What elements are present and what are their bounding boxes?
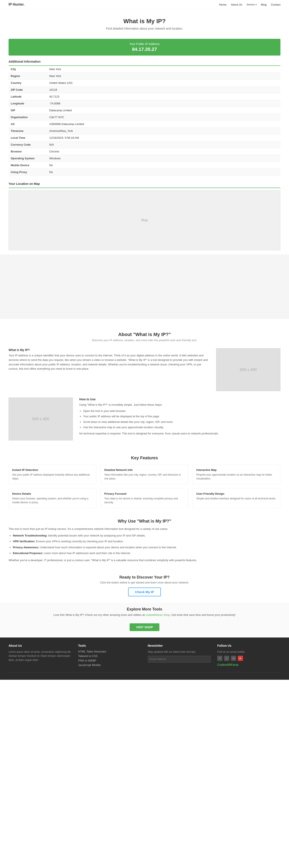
list-item: Privacy Awareness: Understand how much i…: [13, 545, 281, 550]
about-subtitle: Discover your IP address, location, and …: [8, 339, 281, 342]
feature-card: Instant IP DetectionGet your public IP a…: [8, 465, 96, 484]
row-value: 12/18/2024, 5:56:16 AM: [47, 134, 281, 141]
row-value: United States (US): [47, 80, 281, 86]
why-use-bullets: Network Troubleshooting: Identify potent…: [8, 533, 281, 556]
twitter-icon[interactable]: t: [224, 656, 229, 661]
additional-info-section: Additional Information CityNew YorkRegio…: [8, 58, 281, 176]
footer-follow-heading: Follow Us: [217, 644, 281, 647]
row-label: Browser: [8, 148, 47, 155]
image-size-label-1: 600 x 400: [240, 368, 257, 372]
about-title: About "What is My IP?": [8, 332, 281, 337]
row-label: AS: [8, 121, 47, 128]
nav-about[interactable]: About Us: [231, 3, 242, 6]
footer-bottom: [8, 672, 281, 676]
cta-title: Ready to Discover Your IP?: [8, 575, 281, 580]
list-item[interactable]: HTML Table Generator: [78, 650, 141, 653]
explore-section: Explore More Tools Love this What is My …: [0, 603, 289, 638]
cta-subtitle: Click the button below to get started an…: [8, 581, 281, 584]
nav-home[interactable]: Home: [219, 3, 227, 6]
footer-tools-heading: Tools: [78, 644, 141, 647]
table-row: Mobile DeviceNo: [8, 162, 281, 169]
check-my-ip-button[interactable]: Check My IP: [128, 588, 161, 596]
row-label: Organization: [8, 114, 47, 121]
list-item[interactable]: Tailwind to CSS: [78, 654, 141, 658]
how-to-use-text: How to Use Using "What is My IP?" is inc…: [79, 398, 281, 436]
how-to-use-intro: Using "What is My IP?" is incredibly sim…: [79, 403, 281, 407]
nav-services-dropdown[interactable]: Services ▾: [247, 3, 257, 6]
row-label: Using Proxy: [8, 169, 47, 176]
table-row: Using ProxyNo: [8, 169, 281, 176]
row-value: No: [47, 169, 281, 176]
list-item: Network Troubleshooting: Identify potent…: [13, 533, 281, 538]
list-item[interactable]: JavaScript Minifier: [78, 663, 141, 666]
facebook-icon[interactable]: f: [217, 656, 222, 661]
footer-newsletter-heading: Newsletter: [148, 644, 211, 647]
table-row: TimezoneAmerica/New_York: [8, 128, 281, 134]
what-is-my-ip-block: What is My IP? Your IP address is a uniq…: [8, 348, 281, 391]
row-value: Chrome: [47, 148, 281, 155]
explore-shop-link[interactable]: codewithfaraz Shop: [146, 613, 170, 617]
nav-logo: IP Hunter.: [8, 3, 25, 6]
footer-newsletter-text: Stay updated with our latest tools and t…: [148, 650, 211, 654]
row-label: ZIP Code: [8, 86, 47, 93]
feature-card-heading: User-Friendly Design: [196, 492, 277, 495]
how-to-use-footer: No technical expertise is required. This…: [79, 431, 281, 436]
row-value: AS60068 Datacamp Limited: [47, 121, 281, 128]
row-label: Longitude: [8, 100, 47, 107]
table-row: Local Time12/18/2024, 5:56:16 AM: [8, 134, 281, 141]
row-value: Windows: [47, 155, 281, 162]
footer-brand: CodewithFaraz: [217, 663, 281, 666]
feature-card-body: Get your public IP address displayed ins…: [12, 473, 93, 480]
row-label: Operating System: [8, 155, 47, 162]
row-label: Mobile Device: [8, 162, 47, 169]
footer-tools-list: HTML Table GeneratorTailwind to CSSPNG t…: [78, 650, 141, 666]
feature-card-body: Your data is not stored or shared, ensur…: [104, 497, 185, 504]
feature-card-body: View information like your city, region,…: [104, 473, 185, 480]
map-placeholder: Map: [8, 190, 281, 250]
row-label: Timezone: [8, 128, 47, 134]
table-row: Currency CodeN/A: [8, 141, 281, 148]
row-label: Local Time: [8, 134, 47, 141]
what-is-my-ip-heading: What is My IP?: [8, 348, 210, 352]
linkedin-icon[interactable]: in: [231, 656, 236, 661]
list-item: VPN Verification: Ensure your VPN is wor…: [13, 539, 281, 544]
row-value: New York: [47, 66, 281, 73]
footer-tools-col: Tools HTML Table GeneratorTailwind to CS…: [78, 644, 141, 668]
additional-info-title: Additional Information: [8, 58, 281, 66]
about-image-1: 600 x 400: [216, 348, 281, 391]
what-is-my-ip-text: What is My IP? Your IP address is a uniq…: [8, 348, 210, 371]
hero-subtitle: Find detailed information about your net…: [4, 27, 285, 30]
how-to-use-heading: How to Use: [79, 398, 281, 401]
image-size-label-2: 600 x 400: [32, 417, 49, 421]
row-label: ISP: [8, 107, 47, 114]
footer-grid: About Us Lorem ipsum dolor sit amet, con…: [8, 644, 281, 668]
ip-address-value: 84.17.35.27: [12, 46, 277, 52]
list-item: Scroll down to view additional details l…: [83, 420, 281, 424]
nav-blog[interactable]: Blog: [261, 3, 266, 6]
explore-body-prefix: Love this What is My IP? Check out my ot…: [53, 613, 146, 617]
nav-contact[interactable]: Contact: [271, 3, 281, 6]
feature-card: Interactive MapPinpoint your approximate…: [193, 465, 281, 484]
footer-about-text: Lorem ipsum dolor sit amet, consectetur …: [8, 650, 72, 662]
info-table: CityNew YorkRegionNew YorkCountryUnited …: [8, 66, 281, 176]
list-item: Your public IP address will be displayed…: [83, 414, 281, 419]
feature-card: User-Friendly DesignSimple and intuitive…: [193, 489, 281, 508]
row-value: America/New_York: [47, 128, 281, 134]
footer-about-heading: About Us: [8, 644, 72, 647]
row-value: Datacamp Limited: [47, 107, 281, 114]
footer-newsletter-col: Newsletter Stay updated with our latest …: [148, 644, 211, 668]
feature-card-body: Simple and intuitive interface designed …: [196, 497, 277, 500]
visit-shop-button[interactable]: VISIT SHOP: [130, 623, 159, 631]
map-section-label: Your Location on Map: [8, 180, 281, 188]
footer-email-input[interactable]: [148, 656, 211, 662]
table-row: CityNew York: [8, 66, 281, 73]
table-row: ZIP Code10118: [8, 86, 281, 93]
youtube-icon[interactable]: ▶: [238, 656, 243, 661]
features-grid: Instant IP DetectionGet your public IP a…: [8, 465, 281, 508]
table-row: BrowserChrome: [8, 148, 281, 155]
list-item: Open the tool in your web browser.: [83, 408, 281, 413]
feature-card: Privacy FocusedYour data is not stored o…: [101, 489, 189, 508]
table-row: OrganizationCdn77 NYC: [8, 114, 281, 121]
list-item[interactable]: PNG to WEBP: [78, 659, 141, 662]
about-image-2: 600 x 400: [8, 398, 73, 440]
